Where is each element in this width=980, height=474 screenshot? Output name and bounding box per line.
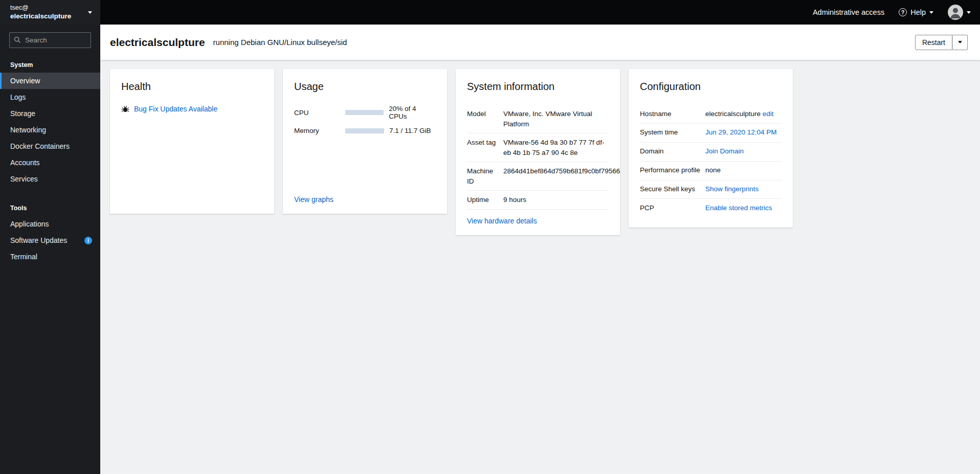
bug-fix-updates-link[interactable]: Bug Fix Updates Available [134,105,217,113]
health-item: Bug Fix Updates Available [121,105,263,113]
view-hardware-details-link[interactable]: View hardware details [467,217,537,225]
system-time-label: System time [640,128,705,138]
cockpit-app: tsec@ electricalsculpture System Overvie… [0,0,980,474]
sidebar-item-label: Accounts [10,159,40,167]
uptime-value: 9 hours [503,195,609,205]
masthead: electricalsculpture running Debian GNU/L… [100,25,980,60]
os-description: running Debian GNU/Linux bullseye/sid [213,38,347,47]
table-row: Asset tag VMware-56 4d 9a 30 b7 77 7f df… [467,133,609,162]
cpu-usage-row: CPU 20% of 4 CPUs [294,105,436,120]
sidebar-item-storage[interactable]: Storage [0,105,100,122]
host-name-label: electricalsculpture [10,12,71,21]
sidebar-item-label: Logs [10,93,26,101]
machine-id-label: Machine ID [467,166,503,186]
sidebar-item-accounts[interactable]: Accounts [0,154,100,171]
sidebar-item-label: Services [10,175,38,183]
table-row: Uptime 9 hours [467,191,609,210]
table-row: Domain Join Domain [640,143,782,162]
sidebar-item-label: Docker Containers [10,142,70,150]
chevron-down-icon [958,41,962,43]
overview-content: Health [100,60,980,474]
configuration-card: Configuration Hostname electricalsculptu… [629,69,793,228]
sidebar: tsec@ electricalsculpture System Overvie… [0,0,100,474]
sidebar-item-label: Applications [10,220,49,228]
sidebar-item-services[interactable]: Services [0,171,100,187]
show-fingerprints-link[interactable]: Show fingerprints [705,185,759,193]
hostname-text: electricalsculpture [705,110,761,118]
system-information-table: Model VMware, Inc. VMware Virtual Platfo… [467,105,609,210]
administrative-access-button[interactable]: Administrative access [813,8,884,16]
model-label: Model [467,109,503,129]
host-selector-labels: tsec@ electricalsculpture [10,4,71,21]
table-row: Secure Shell keys Show fingerprints [640,180,782,199]
sidebar-item-overview[interactable]: Overview [0,73,100,89]
card-title: Usage [294,81,436,93]
chevron-down-icon [88,11,92,14]
nav-section-title: Tools [0,200,100,216]
user-menu-button[interactable] [948,5,971,20]
join-domain-link[interactable]: Join Domain [705,147,744,155]
sidebar-item-networking[interactable]: Networking [0,122,100,138]
search-container [9,32,91,48]
bug-icon [121,105,129,113]
sidebar-item-label: Networking [10,126,46,134]
help-menu-button[interactable]: ? Help [899,8,933,16]
card-title: Configuration [640,81,782,93]
search-icon [14,36,21,43]
system-time-value: Jun 29, 2020 12:04 PM [705,128,782,138]
memory-value: 7.1 / 11.7 GiB [389,127,431,134]
sidebar-item-label: Software Updates [10,236,67,244]
chevron-down-icon [929,11,933,14]
sidebar-item-docker-containers[interactable]: Docker Containers [0,138,100,154]
memory-label: Memory [294,127,345,134]
host-selector[interactable]: tsec@ electricalsculpture [0,0,100,25]
domain-label: Domain [640,147,705,156]
table-row: Model VMware, Inc. VMware Virtual Platfo… [467,105,609,133]
avatar [948,5,963,20]
secure-shell-keys-value: Show fingerprints [705,185,782,194]
nav-section-system: System Overview Logs Storage Networking … [0,57,100,187]
topbar: Administrative access ? Help [100,0,980,25]
pcp-value: Enable stored metrics [705,204,782,213]
asset-tag-value: VMware-56 4d 9a 30 b7 77 7f df-eb 4b 1b … [503,138,609,157]
enable-stored-metrics-link[interactable]: Enable stored metrics [705,204,772,212]
pcp-label: PCP [640,204,705,213]
hostname-value: electricalsculpture edit [705,109,782,119]
sidebar-nav: System Overview Logs Storage Networking … [0,54,100,265]
table-row: PCP Enable stored metrics [640,199,782,217]
performance-profile-label: Performance profile [640,166,705,175]
system-information-card: System information Model VMware, Inc. VM… [456,69,620,235]
table-row: Hostname electricalsculpture edit [640,105,782,124]
chevron-down-icon [967,11,971,14]
sidebar-item-terminal[interactable]: Terminal [0,249,100,265]
page-title: electricalsculpture [110,36,205,49]
system-time-link[interactable]: Jun 29, 2020 12:04 PM [705,128,777,136]
performance-profile-value: none [705,166,782,175]
sidebar-item-logs[interactable]: Logs [0,89,100,105]
hostname-label: Hostname [640,109,705,119]
asset-tag-label: Asset tag [467,138,503,157]
sidebar-item-label: Terminal [10,253,37,261]
usage-card-footer: View graphs [294,188,436,204]
sidebar-item-label: Storage [10,109,35,118]
search-input[interactable] [9,32,91,48]
health-card: Health [110,69,274,214]
restart-dropdown-toggle[interactable] [952,35,968,50]
info-icon: i [84,237,92,244]
restart-split-button: Restart [915,35,968,50]
machine-id-value: 2864d41bef864d759b681f9c0bf79566 [503,166,620,186]
sidebar-item-applications[interactable]: Applications [0,216,100,232]
system-information-footer: View hardware details [467,210,609,225]
table-row: Performance profile none [640,162,782,180]
help-icon: ? [899,8,907,16]
uptime-label: Uptime [467,195,503,205]
memory-usage-row: Memory 7.1 / 11.7 GiB [294,127,436,134]
card-title: System information [467,81,609,93]
sidebar-item-software-updates[interactable]: Software Updates i [0,232,100,249]
model-value: VMware, Inc. VMware Virtual Platform [503,109,609,129]
memory-progress-bar [345,128,384,133]
domain-value: Join Domain [705,147,782,156]
restart-button[interactable]: Restart [915,35,952,50]
view-graphs-link[interactable]: View graphs [294,195,333,204]
edit-hostname-link[interactable]: edit [763,110,774,118]
